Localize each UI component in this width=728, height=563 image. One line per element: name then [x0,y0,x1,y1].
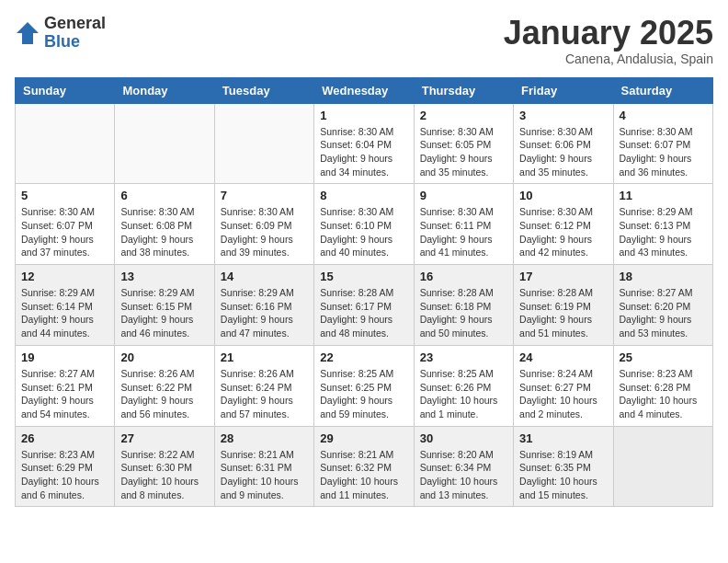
day-number: 26 [21,431,108,445]
day-info: Sunrise: 8:30 AM Sunset: 6:08 PM Dayligh… [120,205,208,259]
day-number: 9 [420,189,507,202]
calendar-cell: 20Sunrise: 8:26 AM Sunset: 6:22 PM Dayli… [115,345,214,426]
calendar-cell: 31Sunrise: 8:19 AM Sunset: 6:35 PM Dayli… [514,426,613,507]
day-info: Sunrise: 8:22 AM Sunset: 6:30 PM Dayligh… [120,448,208,502]
col-header-monday: Monday [115,77,214,103]
calendar-cell: 29Sunrise: 8:21 AM Sunset: 6:32 PM Dayli… [314,426,414,507]
day-info: Sunrise: 8:27 AM Sunset: 6:21 PM Dayligh… [21,367,108,421]
calendar-cell: 14Sunrise: 8:29 AM Sunset: 6:16 PM Dayli… [214,265,313,346]
calendar-week-5: 26Sunrise: 8:23 AM Sunset: 6:29 PM Dayli… [16,426,713,507]
calendar-cell: 4Sunrise: 8:30 AM Sunset: 6:07 PM Daylig… [613,103,712,184]
day-number: 14 [221,270,308,283]
col-header-friday: Friday [514,77,613,103]
day-info: Sunrise: 8:29 AM Sunset: 6:14 PM Dayligh… [21,286,108,340]
day-info: Sunrise: 8:30 AM Sunset: 6:07 PM Dayligh… [620,125,707,179]
day-info: Sunrise: 8:30 AM Sunset: 6:05 PM Dayligh… [420,125,507,179]
calendar-cell: 2Sunrise: 8:30 AM Sunset: 6:05 PM Daylig… [414,103,513,184]
calendar-cell: 19Sunrise: 8:27 AM Sunset: 6:21 PM Dayli… [16,345,115,426]
page-header: General Blue January 2025 Canena, Andalu… [15,15,713,66]
calendar-cell: 23Sunrise: 8:25 AM Sunset: 6:26 PM Dayli… [414,345,513,426]
calendar-cell: 13Sunrise: 8:29 AM Sunset: 6:15 PM Dayli… [115,265,214,346]
calendar-cell: 15Sunrise: 8:28 AM Sunset: 6:17 PM Dayli… [314,265,414,346]
svg-marker-0 [17,22,39,44]
calendar-cell [214,103,313,184]
col-header-tuesday: Tuesday [214,77,313,103]
day-info: Sunrise: 8:26 AM Sunset: 6:22 PM Dayligh… [120,367,208,421]
calendar-cell: 22Sunrise: 8:25 AM Sunset: 6:25 PM Dayli… [314,345,414,426]
day-info: Sunrise: 8:28 AM Sunset: 6:18 PM Dayligh… [420,286,507,340]
day-info: Sunrise: 8:29 AM Sunset: 6:16 PM Dayligh… [221,286,308,340]
day-info: Sunrise: 8:24 AM Sunset: 6:27 PM Dayligh… [519,367,607,421]
calendar-cell: 6Sunrise: 8:30 AM Sunset: 6:08 PM Daylig… [115,184,214,265]
day-number: 4 [620,109,707,122]
calendar-cell: 24Sunrise: 8:24 AM Sunset: 6:27 PM Dayli… [514,345,613,426]
day-number: 21 [221,350,308,364]
day-info: Sunrise: 8:29 AM Sunset: 6:15 PM Dayligh… [120,286,208,340]
day-number: 20 [120,350,208,364]
day-number: 11 [620,189,707,202]
calendar-cell: 28Sunrise: 8:21 AM Sunset: 6:31 PM Dayli… [214,426,313,507]
col-header-thursday: Thursday [414,77,513,103]
calendar-cell: 16Sunrise: 8:28 AM Sunset: 6:18 PM Dayli… [414,265,513,346]
day-number: 12 [21,270,108,283]
day-number: 17 [519,270,607,283]
day-number: 27 [120,431,208,445]
calendar-cell [613,426,712,507]
calendar-cell: 3Sunrise: 8:30 AM Sunset: 6:06 PM Daylig… [514,103,613,184]
day-info: Sunrise: 8:20 AM Sunset: 6:34 PM Dayligh… [420,448,507,502]
day-info: Sunrise: 8:26 AM Sunset: 6:24 PM Dayligh… [221,367,308,421]
day-info: Sunrise: 8:25 AM Sunset: 6:25 PM Dayligh… [320,367,407,421]
day-number: 25 [620,350,707,364]
day-info: Sunrise: 8:21 AM Sunset: 6:32 PM Dayligh… [320,448,407,502]
calendar-week-1: 1Sunrise: 8:30 AM Sunset: 6:04 PM Daylig… [16,103,713,184]
calendar-cell: 11Sunrise: 8:29 AM Sunset: 6:13 PM Dayli… [613,184,712,265]
col-header-sunday: Sunday [16,77,115,103]
day-number: 24 [519,350,607,364]
col-header-wednesday: Wednesday [314,77,414,103]
calendar-week-3: 12Sunrise: 8:29 AM Sunset: 6:14 PM Dayli… [16,265,713,346]
logo-icon [15,20,40,46]
calendar-cell: 12Sunrise: 8:29 AM Sunset: 6:14 PM Dayli… [16,265,115,346]
day-info: Sunrise: 8:30 AM Sunset: 6:07 PM Dayligh… [21,205,108,259]
calendar-cell: 25Sunrise: 8:23 AM Sunset: 6:28 PM Dayli… [613,345,712,426]
day-info: Sunrise: 8:19 AM Sunset: 6:35 PM Dayligh… [519,448,607,502]
day-number: 30 [420,431,507,445]
day-info: Sunrise: 8:30 AM Sunset: 6:04 PM Dayligh… [320,125,407,179]
calendar-cell: 17Sunrise: 8:28 AM Sunset: 6:19 PM Dayli… [514,265,613,346]
day-number: 23 [420,350,507,364]
day-number: 10 [519,189,607,202]
calendar-cell: 26Sunrise: 8:23 AM Sunset: 6:29 PM Dayli… [16,426,115,507]
day-info: Sunrise: 8:28 AM Sunset: 6:19 PM Dayligh… [519,286,607,340]
logo: General Blue [15,15,106,52]
day-number: 13 [120,270,208,283]
day-number: 1 [320,109,407,122]
col-header-saturday: Saturday [613,77,712,103]
calendar-cell: 30Sunrise: 8:20 AM Sunset: 6:34 PM Dayli… [414,426,513,507]
location: Canena, Andalusia, Spain [504,52,713,66]
day-number: 8 [320,189,407,202]
day-info: Sunrise: 8:21 AM Sunset: 6:31 PM Dayligh… [221,448,308,502]
day-number: 5 [21,189,108,202]
day-info: Sunrise: 8:25 AM Sunset: 6:26 PM Dayligh… [420,367,507,421]
day-number: 19 [21,350,108,364]
calendar-cell: 27Sunrise: 8:22 AM Sunset: 6:30 PM Dayli… [115,426,214,507]
calendar-week-2: 5Sunrise: 8:30 AM Sunset: 6:07 PM Daylig… [16,184,713,265]
logo-general-text: General [44,15,106,33]
day-info: Sunrise: 8:27 AM Sunset: 6:20 PM Dayligh… [620,286,707,340]
day-info: Sunrise: 8:30 AM Sunset: 6:09 PM Dayligh… [221,205,308,259]
calendar-cell: 5Sunrise: 8:30 AM Sunset: 6:07 PM Daylig… [16,184,115,265]
calendar-cell: 18Sunrise: 8:27 AM Sunset: 6:20 PM Dayli… [613,265,712,346]
day-number: 28 [221,431,308,445]
day-info: Sunrise: 8:30 AM Sunset: 6:10 PM Dayligh… [320,205,407,259]
calendar-cell: 7Sunrise: 8:30 AM Sunset: 6:09 PM Daylig… [214,184,313,265]
day-number: 29 [320,431,407,445]
day-number: 31 [519,431,607,445]
day-number: 7 [221,189,308,202]
title-section: January 2025 Canena, Andalusia, Spain [504,15,713,66]
calendar-header: SundayMondayTuesdayWednesdayThursdayFrid… [16,77,713,103]
calendar-week-4: 19Sunrise: 8:27 AM Sunset: 6:21 PM Dayli… [16,345,713,426]
day-number: 16 [420,270,507,283]
day-info: Sunrise: 8:30 AM Sunset: 6:12 PM Dayligh… [519,205,607,259]
calendar-table: SundayMondayTuesdayWednesdayThursdayFrid… [15,77,713,508]
day-number: 2 [420,109,507,122]
